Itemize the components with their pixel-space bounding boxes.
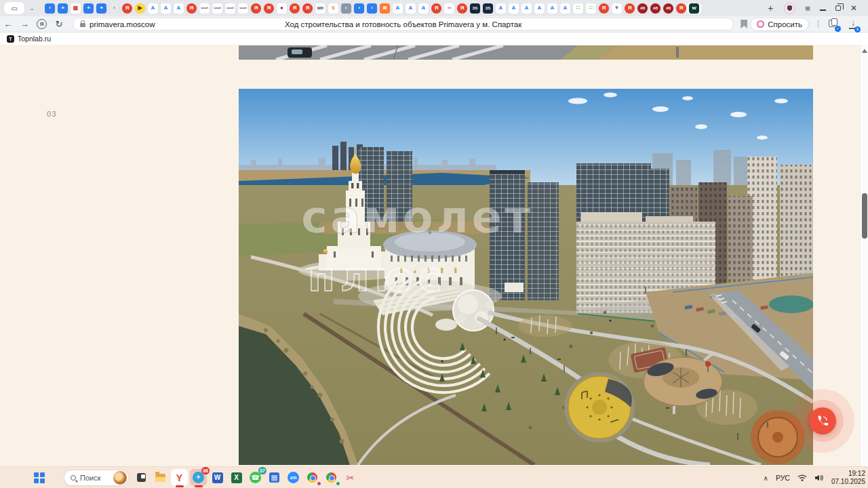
browser-tab[interactable]: ∷ bbox=[586, 3, 596, 14]
browser-tab[interactable]: › bbox=[45, 3, 55, 14]
browser-tab[interactable]: ▼ bbox=[612, 3, 622, 14]
taskbar-apps: Y✈36WX☎37▦zm✂ bbox=[133, 469, 359, 486]
browser-tab[interactable]: АВ bbox=[650, 3, 660, 14]
taskbar-app-telegram[interactable]: ✈36 bbox=[190, 469, 207, 486]
back-button[interactable]: ← bbox=[0, 19, 16, 29]
taskbar-app-chrome[interactable] bbox=[304, 469, 321, 486]
browser-tab[interactable]: Я bbox=[264, 3, 274, 14]
browser-tab[interactable]: А bbox=[406, 3, 416, 14]
browser-tab[interactable]: ∞ bbox=[444, 3, 454, 14]
browser-tab[interactable]: $ bbox=[328, 3, 338, 14]
browser-tab[interactable]: Я bbox=[599, 3, 609, 14]
bookmark-label: Topnlab.ru bbox=[18, 35, 51, 43]
browser-tab[interactable]: Я bbox=[431, 3, 441, 14]
browser-tab[interactable]: ▪ bbox=[341, 3, 351, 14]
browser-menu-button[interactable]: ≡ bbox=[805, 3, 810, 14]
browser-tab[interactable]: w bbox=[689, 3, 699, 14]
browser-tab[interactable]: А bbox=[509, 3, 519, 14]
browser-tab[interactable]: А bbox=[547, 3, 557, 14]
window-minimize-button[interactable] bbox=[820, 9, 826, 11]
reload-button[interactable]: ↻ bbox=[51, 19, 67, 29]
browser-tab[interactable]: Я bbox=[186, 3, 197, 14]
taskbar-app-excel[interactable]: X bbox=[228, 469, 245, 486]
browser-tab[interactable]: ‹ bbox=[109, 3, 119, 14]
browser-tab[interactable]: ▦ bbox=[71, 3, 81, 14]
taskbar-app-chrome-2[interactable] bbox=[323, 469, 340, 486]
browser-tab[interactable]: + bbox=[96, 3, 106, 14]
taskbar-app-office-grid[interactable]: ▦ bbox=[266, 469, 283, 486]
page-scrollbar[interactable] bbox=[860, 45, 868, 466]
taskbar-app-zoom[interactable]: zm bbox=[285, 469, 302, 486]
browser-tab[interactable]: Я bbox=[122, 3, 132, 14]
browser-tab[interactable]: › bbox=[367, 3, 377, 14]
widget-thumbnail[interactable] bbox=[113, 471, 127, 485]
url-text[interactable]: primavera.moscow bbox=[90, 20, 155, 28]
browser-tab[interactable]: А bbox=[496, 3, 506, 14]
browser-tab[interactable]: ∷ bbox=[573, 3, 583, 14]
profile-avatar[interactable] bbox=[784, 3, 795, 14]
browser-tab[interactable]: А bbox=[560, 3, 570, 14]
callback-button[interactable] bbox=[809, 407, 836, 434]
road-photo bbox=[239, 45, 813, 60]
browser-tab[interactable]: Я bbox=[302, 3, 313, 14]
browser-tab[interactable]: Я bbox=[457, 3, 467, 14]
browser-tab[interactable]: А bbox=[521, 3, 532, 14]
scrollbar-up-arrow[interactable] bbox=[862, 49, 867, 53]
browser-tab[interactable]: Я bbox=[676, 3, 686, 14]
browser-tab[interactable]: А bbox=[418, 3, 429, 14]
bookmark-item-topnlab[interactable]: T Topnlab.ru bbox=[7, 35, 51, 43]
taskbar-app-snip[interactable]: ✂ bbox=[342, 469, 359, 486]
browser-tab[interactable]: Я bbox=[625, 3, 635, 14]
wifi-icon[interactable] bbox=[797, 474, 807, 482]
omnibox-more-button[interactable]: ⋮ bbox=[814, 20, 822, 28]
taskbar-app-whatsapp[interactable]: ☎37 bbox=[247, 469, 264, 486]
browser-tab[interactable]: АВ bbox=[637, 3, 648, 14]
download-badge: 1 bbox=[854, 26, 861, 33]
browser-tab[interactable]: + bbox=[83, 3, 94, 14]
browser-tab[interactable]: Level bbox=[212, 3, 222, 14]
tab-list-button[interactable]: ▭ bbox=[4, 2, 24, 14]
taskbar-app-explorer[interactable] bbox=[152, 469, 169, 486]
taskbar-search[interactable]: Поиск bbox=[64, 470, 129, 486]
yandex-home-button[interactable]: Я bbox=[37, 19, 47, 29]
word-icon: W bbox=[212, 472, 223, 483]
extensions-button[interactable]: ✓ bbox=[827, 18, 840, 30]
new-tab-button[interactable]: + bbox=[764, 1, 777, 15]
browser-tab[interactable]: ≋ bbox=[380, 3, 390, 14]
browser-tab[interactable]: АВ bbox=[663, 3, 673, 14]
clock[interactable]: 19:12 07.10.2025 bbox=[831, 470, 865, 487]
browser-tab[interactable]: 3S bbox=[470, 3, 480, 14]
browser-tab[interactable]: Я bbox=[251, 3, 261, 14]
browser-tab[interactable]: А bbox=[174, 3, 184, 14]
browser-tab[interactable]: ● bbox=[277, 3, 287, 14]
browser-tab[interactable]: › bbox=[354, 3, 364, 14]
bookmark-icon[interactable] bbox=[741, 20, 747, 28]
browser-tab[interactable]: Level bbox=[199, 3, 210, 14]
window-restore-button[interactable] bbox=[835, 5, 841, 11]
browser-tab[interactable]: 3S bbox=[483, 3, 493, 14]
browser-tab[interactable]: ▶ bbox=[135, 3, 145, 14]
taskbar-app-word[interactable]: W bbox=[209, 469, 226, 486]
start-button[interactable] bbox=[34, 472, 45, 483]
browser-tab[interactable]: Level bbox=[238, 3, 248, 14]
forward-button[interactable]: → bbox=[16, 19, 33, 29]
browser-tab[interactable]: MR bbox=[315, 3, 326, 14]
language-indicator[interactable]: РУС bbox=[776, 474, 790, 482]
browser-tab[interactable]: А bbox=[393, 3, 403, 14]
browser-tab[interactable]: Level bbox=[225, 3, 235, 14]
browser-tab[interactable]: А bbox=[534, 3, 545, 14]
tab-list-chevron-icon[interactable]: ⌄ bbox=[24, 2, 39, 14]
tray-expand-button[interactable]: ∧ bbox=[764, 474, 768, 482]
ask-alice-button[interactable]: Спросить bbox=[750, 18, 809, 31]
browser-tab[interactable]: + bbox=[58, 3, 68, 14]
address-bar[interactable]: primavera.moscow Ход строительства и гот… bbox=[73, 18, 734, 30]
scrollbar-thumb[interactable] bbox=[862, 193, 867, 239]
taskbar-app-task-view[interactable] bbox=[133, 469, 150, 486]
browser-tab[interactable]: Я bbox=[290, 3, 300, 14]
volume-icon[interactable] bbox=[814, 474, 824, 482]
taskbar-app-yandex-browser[interactable]: Y bbox=[171, 469, 188, 486]
downloads-button[interactable]: ↓ 1 bbox=[848, 18, 859, 30]
browser-tab[interactable]: А bbox=[148, 3, 158, 14]
window-close-button[interactable]: ✕ bbox=[850, 3, 857, 13]
browser-tab[interactable]: А bbox=[161, 3, 171, 14]
